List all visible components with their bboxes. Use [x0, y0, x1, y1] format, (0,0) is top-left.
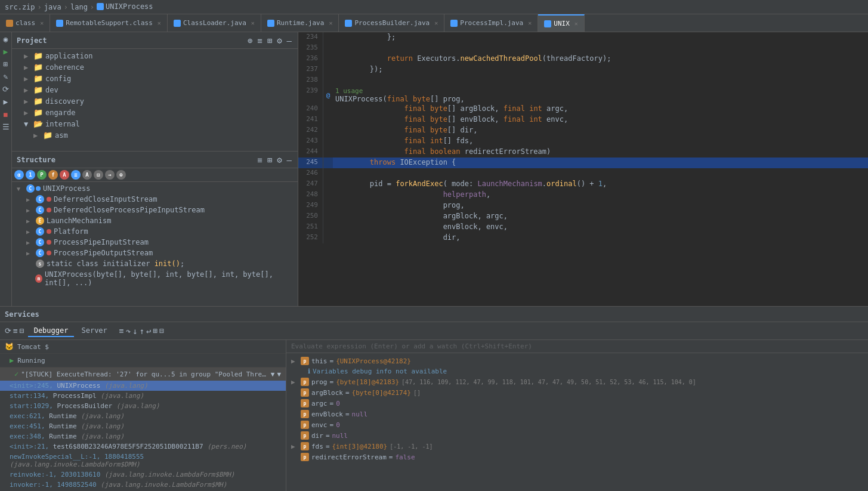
play-icon[interactable]: ▶ — [4, 97, 8, 106]
struct-item-launchmechanism[interactable]: ▶ E LaunchMechanism — [12, 215, 298, 226]
sort-icon[interactable]: ≡ — [256, 154, 263, 166]
close-icon[interactable]: ✕ — [251, 20, 255, 26]
debug-var-envc[interactable]: p envc = 0 — [286, 419, 868, 430]
close-icon[interactable]: ✕ — [528, 20, 532, 26]
struct-item-platform[interactable]: ▶ C Platform — [12, 226, 298, 237]
tab-class[interactable]: class ✕ — [0, 14, 50, 32]
struct-item-processpipein[interactable]: ▶ C ProcessPipeInputStream — [12, 237, 298, 248]
debug-var-argblock[interactable]: p argBlock = {byte[0]@42174} [] — [286, 387, 868, 398]
debug-var-fds[interactable]: ▶ p fds = {int[3]@42180} [-1, -1, -1] — [286, 441, 868, 452]
debug-frames-icon[interactable]: ⊟ — [159, 326, 164, 335]
debug-var-this[interactable]: ▶ p this = {UNIXProcess@42182} — [286, 356, 868, 366]
breadcrumb-part-3[interactable]: lang — [70, 3, 88, 11]
thread-item[interactable]: 🐱 Tomcat $ — [0, 340, 286, 354]
svc-expand-icon[interactable]: ⊟ — [20, 326, 24, 335]
stack-frame-8[interactable]: reinvoke:-1, 2030138610 (java.lang.invok… — [0, 470, 286, 480]
filter-icon[interactable]: ▼ — [271, 370, 275, 378]
tree-item-asm[interactable]: ▶ 📁 asm — [12, 129, 298, 141]
edit-icon[interactable]: ✎ — [4, 72, 8, 81]
code-line-252: 252 dir, — [298, 233, 868, 243]
settings-icon[interactable]: ⚙ — [276, 35, 283, 47]
sidebar-toggle-icon[interactable]: ◉ — [4, 35, 8, 44]
filter-abstract-icon[interactable]: A — [60, 170, 69, 180]
stack-frame-3[interactable]: exec:621, Runtime (java.lang) — [0, 411, 286, 421]
expand-all-icon[interactable]: ≡ — [71, 170, 81, 180]
tab-runtime[interactable]: Runtime.java ✕ — [261, 14, 339, 32]
tree-item-coherence[interactable]: ▶ 📁 coherence — [12, 61, 298, 73]
debug-list-icon[interactable]: ≡ — [119, 326, 124, 335]
close-icon[interactable]: ✕ — [157, 20, 161, 26]
stack-frame-5[interactable]: exec:348, Runtime (java.lang) — [0, 431, 286, 441]
debug-step-in-icon[interactable]: ↓ — [132, 326, 137, 336]
struct-item-deferredclose2[interactable]: ▶ C DeferredCloseProcessPipeInputStream — [12, 205, 298, 215]
struct-item-unixprocess[interactable]: ▼ C UNIXProcess — [12, 183, 298, 194]
debug-var-redirecterror[interactable]: p redirectErrorStream = false — [286, 452, 868, 462]
tree-item-config[interactable]: ▶ 📁 config — [12, 73, 298, 84]
minimize-icon[interactable]: — — [286, 35, 293, 47]
tree-item-dev[interactable]: ▶ 📁 dev — [12, 84, 298, 95]
struct-item-constructor[interactable]: m UNIXProcess(byte[], byte[], int, byte[… — [12, 269, 298, 288]
stack-frame-1[interactable]: start:134, ProcessImpl (java.lang) — [0, 391, 286, 401]
tab-processimpl[interactable]: ProcessImpl.java ✕ — [444, 14, 538, 32]
stop-icon[interactable]: ◼ — [4, 110, 8, 119]
filter-icon[interactable]: ⊞ — [266, 154, 273, 166]
svc-collapse-icon[interactable]: ≡ — [13, 326, 18, 335]
stuck-thread-item[interactable]: ✓ "[STUCK] ExecuteThread: '27' for qu...… — [0, 368, 286, 381]
debug-step-over-icon[interactable]: ↷ — [126, 326, 131, 336]
collapse-icon[interactable]: ≡ — [256, 35, 263, 47]
settings-icon[interactable]: ⚙ — [276, 154, 283, 166]
preview-icon[interactable]: ⊕ — [116, 170, 126, 180]
running-item[interactable]: ▶ Running — [0, 354, 286, 368]
stack-frame-9[interactable]: invoker:-1, 1498852540 (java.lang.invoke… — [0, 480, 286, 490]
filter-field-icon[interactable]: f — [48, 170, 58, 180]
breadcrumb-part-4[interactable]: UNIXProcess — [97, 2, 153, 12]
tab-server[interactable]: Server — [75, 325, 113, 337]
sort-alpha-icon[interactable]: α — [14, 170, 24, 180]
stack-frame-0[interactable]: <init>:245, UNIXProcess (java.lang) — [0, 381, 286, 391]
tree-item-discovery[interactable]: ▶ 📁 discovery — [12, 95, 298, 107]
stack-frame-6[interactable]: <init>:21, test6$80B23246A978E5F5F252051… — [0, 441, 286, 452]
tab-processbuilder[interactable]: ProcessBuilder.java ✕ — [339, 14, 444, 32]
close-icon[interactable]: ✕ — [574, 20, 578, 27]
refresh-icon[interactable]: ⟳ — [2, 85, 9, 94]
struct-item-staticinit[interactable]: s static class initializer init(); — [12, 258, 298, 269]
filter-public-icon[interactable]: P — [37, 170, 47, 180]
sort-num-icon[interactable]: 1 — [26, 170, 35, 180]
svc-refresh-icon[interactable]: ⟳ — [5, 326, 11, 335]
tree-item-internal[interactable]: ▼ 📂 internal — [12, 118, 298, 129]
close-icon[interactable]: ✕ — [40, 20, 44, 26]
struct-item-deferredclose[interactable]: ▶ C DeferredCloseInputStream — [12, 194, 298, 205]
debug-table-icon[interactable]: ⊞ — [153, 326, 157, 335]
debug-step-out-icon[interactable]: ↑ — [140, 326, 144, 336]
more-icon[interactable]: ▼ — [277, 370, 281, 378]
code-editor[interactable]: 234 }; 235 236 return Executors.newCache… — [298, 32, 868, 306]
collapse-all-icon[interactable]: ⊟ — [94, 170, 103, 180]
navigate-icon[interactable]: → — [105, 170, 115, 180]
close-icon[interactable]: — — [286, 154, 293, 166]
run-icon[interactable]: ▶ — [4, 47, 8, 56]
debug-var-argc[interactable]: p argc = 0 — [286, 398, 868, 409]
debug-var-prog[interactable]: ▶ p prog = {byte[18]@42183} [47, 116, 10… — [286, 376, 868, 387]
tab-classloader[interactable]: ClassLoader.java ✕ — [168, 14, 261, 32]
expand-icon[interactable]: ⊞ — [266, 35, 273, 47]
stack-frame-4[interactable]: exec:451, Runtime (java.lang) — [0, 421, 286, 431]
tab-debugger[interactable]: Debugger — [28, 325, 75, 337]
tree-item-application[interactable]: ▶ 📁 application — [12, 50, 298, 61]
group-icon[interactable]: A — [82, 170, 92, 180]
debug-var-envblock[interactable]: p envBlock = null — [286, 409, 868, 419]
tab-remotable[interactable]: RemotableSupport.class ✕ — [50, 14, 168, 32]
stack-frame-2[interactable]: start:1029, ProcessBuilder (java.lang) — [0, 401, 286, 411]
breadcrumb-part-1[interactable]: src.zip — [5, 3, 35, 11]
debug-var-dir[interactable]: p dir = null — [286, 430, 868, 441]
menu-icon[interactable]: ☰ — [2, 122, 10, 131]
stack-frame-7[interactable]: newInvokeSpecial__L:-1, 1880418555 (java… — [0, 452, 286, 470]
close-icon[interactable]: ✕ — [434, 20, 438, 26]
debug-icon[interactable]: ⊞ — [4, 60, 8, 69]
struct-item-processpipeout[interactable]: ▶ C ProcessPipeOutputStream — [12, 248, 298, 258]
debug-run-to-icon[interactable]: ↩ — [146, 326, 151, 336]
close-icon[interactable]: ✕ — [329, 20, 332, 26]
tab-unixprocess[interactable]: UNIX ✕ — [538, 14, 585, 32]
tree-item-engarde[interactable]: ▶ 📁 engarde — [12, 107, 298, 118]
breadcrumb-part-2[interactable]: java — [44, 3, 61, 11]
add-icon[interactable]: ⊕ — [246, 35, 254, 47]
